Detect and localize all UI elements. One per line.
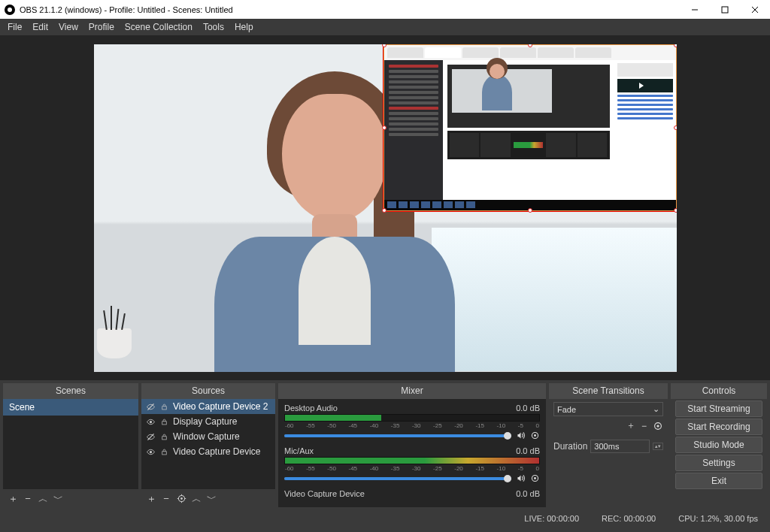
chevron-down-icon: ⌄ <box>653 404 659 414</box>
source-down-button[interactable]: ﹀ <box>206 493 217 503</box>
menu-profile[interactable]: Profile <box>89 22 114 32</box>
studio-mode-button[interactable]: Studio Mode <box>675 437 762 453</box>
display-capture-source[interactable] <box>383 44 677 211</box>
window-title: OBS 21.1.2 (windows) - Profile: Untitled… <box>20 5 233 14</box>
source-label: Video Capture Device <box>173 446 261 457</box>
duration-input[interactable]: 300ms <box>590 440 650 453</box>
lock-icon[interactable] <box>159 402 169 412</box>
minimize-button[interactable] <box>680 0 710 19</box>
status-live: LIVE: 00:00:00 <box>524 514 579 523</box>
scene-down-button[interactable]: ﹀ <box>53 493 63 503</box>
menu-scene-collection[interactable]: Scene Collection <box>125 22 192 32</box>
status-cpu: CPU: 1.2%, 30.00 fps <box>678 514 758 523</box>
mixer-channel: Mic/Aux0.0 dB -60-55-50-45-40-35-30-25-2… <box>278 442 546 485</box>
menu-help[interactable]: Help <box>235 22 253 32</box>
menu-view[interactable]: View <box>59 22 78 32</box>
close-button[interactable] <box>740 0 770 19</box>
meter-ticks: -60-55-50-45-40-35-30-25-20-15-10-50 <box>284 422 540 429</box>
svg-point-6 <box>150 420 152 422</box>
svg-point-19 <box>534 434 536 437</box>
gear-icon[interactable] <box>530 473 540 483</box>
status-bar: LIVE: 00:00:00 REC: 00:00:00 CPU: 1.2%, … <box>0 510 770 527</box>
mixer-panel: Mixer Desktop Audio0.0 dB -60-55-50-45-4… <box>278 383 546 507</box>
duration-label: Duration <box>553 441 587 452</box>
source-label: Display Capture <box>173 416 237 427</box>
titlebar: OBS 21.1.2 (windows) - Profile: Untitled… <box>0 0 770 19</box>
maximize-button[interactable] <box>710 0 740 19</box>
svg-point-23 <box>656 425 659 427</box>
channel-db: 0.0 dB <box>516 446 540 455</box>
transition-select[interactable]: Fade⌄ <box>553 402 663 416</box>
vu-meter <box>284 414 540 422</box>
svg-point-13 <box>180 497 183 500</box>
source-item[interactable]: Window Capture <box>141 429 275 444</box>
source-item[interactable]: Video Capture Device <box>141 444 275 459</box>
controls-header: Controls <box>671 383 767 399</box>
status-rec: REC: 00:00:00 <box>602 514 656 523</box>
svg-rect-5 <box>162 406 167 409</box>
scene-remove-button[interactable]: − <box>23 493 33 503</box>
vu-meter <box>284 457 540 464</box>
preview-canvas[interactable] <box>94 44 677 372</box>
transition-settings-button[interactable] <box>653 421 663 431</box>
source-item[interactable]: Display Capture <box>141 414 275 429</box>
app-icon <box>5 5 15 15</box>
sources-list[interactable]: Video Capture Device 2 Display Capture W… <box>141 399 275 489</box>
start-streaming-button[interactable]: Start Streaming <box>675 401 762 417</box>
eye-slash-icon[interactable] <box>146 432 156 442</box>
mixer-header: Mixer <box>278 383 546 399</box>
menu-file[interactable]: File <box>8 22 22 32</box>
channel-db: 0.0 dB <box>516 489 540 498</box>
eye-icon[interactable] <box>146 447 156 457</box>
scene-add-button[interactable]: ＋ <box>8 493 18 503</box>
scenes-header: Scenes <box>3 383 138 399</box>
channel-label: Mic/Aux <box>284 446 314 455</box>
gear-icon[interactable] <box>530 431 540 440</box>
scene-item[interactable]: Scene <box>3 399 138 416</box>
svg-rect-7 <box>162 421 167 424</box>
sources-header: Sources <box>141 383 275 399</box>
duration-stepper[interactable]: ▴▾ <box>653 443 663 450</box>
svg-rect-9 <box>162 436 167 439</box>
speaker-icon[interactable] <box>516 473 526 483</box>
mixer-channel: Desktop Audio0.0 dB -60-55-50-45-40-35-3… <box>278 399 546 442</box>
source-remove-button[interactable]: − <box>161 493 171 503</box>
channel-db: 0.0 dB <box>516 404 540 413</box>
channel-label: Video Capture Device <box>284 489 365 498</box>
settings-button[interactable]: Settings <box>675 455 762 471</box>
svg-point-10 <box>150 450 152 452</box>
source-item[interactable]: Video Capture Device 2 <box>141 399 275 414</box>
svg-rect-11 <box>162 451 167 454</box>
source-add-button[interactable]: ＋ <box>146 493 156 503</box>
exit-button[interactable]: Exit <box>675 473 762 489</box>
source-up-button[interactable]: ︿ <box>191 493 202 503</box>
eye-slash-icon[interactable] <box>146 402 156 412</box>
volume-slider[interactable] <box>284 434 511 437</box>
transitions-panel: Scene Transitions Fade⌄ ＋ − Duration 300… <box>549 383 668 507</box>
lock-icon[interactable] <box>159 447 169 457</box>
menubar: File Edit View Profile Scene Collection … <box>0 19 770 35</box>
scene-up-button[interactable]: ︿ <box>38 493 48 503</box>
bottom-panels: Scenes Scene ＋ − ︿ ﹀ Sources Video Captu… <box>0 380 770 510</box>
start-recording-button[interactable]: Start Recording <box>675 419 762 435</box>
transition-remove-button[interactable]: − <box>641 421 647 431</box>
channel-label: Desktop Audio <box>284 404 338 413</box>
sources-panel: Sources Video Capture Device 2 Display C… <box>141 383 275 507</box>
lock-icon[interactable] <box>159 432 169 442</box>
lock-icon[interactable] <box>159 417 169 427</box>
scenes-panel: Scenes Scene ＋ − ︿ ﹀ <box>3 383 138 507</box>
menu-edit[interactable]: Edit <box>32 22 48 32</box>
volume-slider[interactable] <box>284 477 511 480</box>
scenes-list[interactable]: Scene <box>3 399 138 489</box>
menu-tools[interactable]: Tools <box>203 22 224 32</box>
source-settings-button[interactable] <box>176 493 186 503</box>
transition-add-button[interactable]: ＋ <box>626 419 635 432</box>
eye-icon[interactable] <box>146 417 156 427</box>
meter-ticks: -60-55-50-45-40-35-30-25-20-15-10-50 <box>284 465 540 472</box>
preview-area[interactable] <box>0 35 770 380</box>
svg-point-21 <box>534 477 536 479</box>
source-label: Window Capture <box>173 431 240 442</box>
speaker-icon[interactable] <box>516 431 526 440</box>
source-label: Video Capture Device 2 <box>173 401 268 412</box>
mixer-body: Desktop Audio0.0 dB -60-55-50-45-40-35-3… <box>278 399 546 507</box>
